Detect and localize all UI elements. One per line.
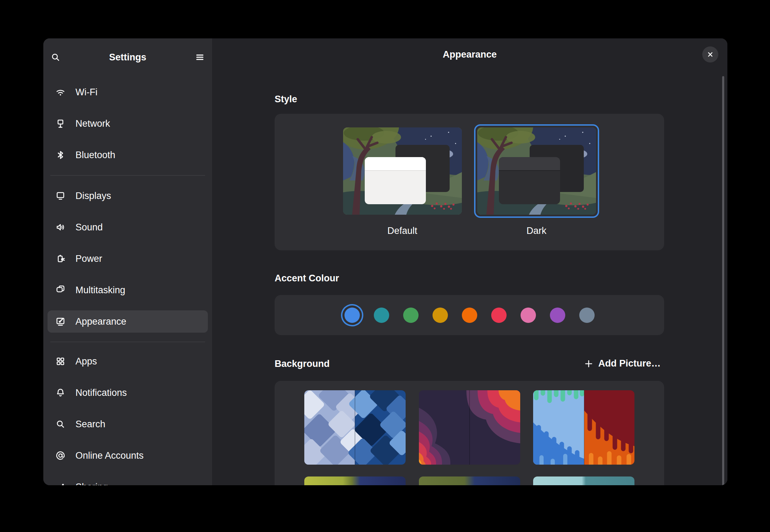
overlapping-windows-icon xyxy=(55,285,66,295)
accent-swatch-orange[interactable] xyxy=(462,308,477,323)
accent-swatch-red[interactable] xyxy=(491,308,507,323)
bluetooth-icon xyxy=(55,150,66,160)
add-picture-button[interactable]: Add Picture… xyxy=(581,356,664,371)
apps-grid-icon xyxy=(55,356,66,367)
sidebar-item-label: Wi-Fi xyxy=(75,87,97,98)
sidebar-item-sound[interactable]: Sound xyxy=(48,216,208,238)
style-dark-label: Dark xyxy=(526,226,546,236)
add-picture-label: Add Picture… xyxy=(598,358,661,369)
wallpaper-lava-waves-thumbnail[interactable] xyxy=(419,390,520,465)
sidebar-item-power[interactable]: Power xyxy=(48,247,208,270)
speaker-icon xyxy=(55,222,66,232)
accent-swatch-blue[interactable] xyxy=(344,308,360,323)
appearance-panel: Appearance Style xyxy=(212,38,727,485)
sidebar-item-online-accounts[interactable]: Online Accounts xyxy=(48,444,208,467)
search-icon xyxy=(50,52,61,62)
sidebar-item-multitasking[interactable]: Multitasking xyxy=(48,279,208,301)
display-icon xyxy=(55,191,66,201)
battery-plug-icon xyxy=(55,253,66,264)
wifi-icon xyxy=(55,87,66,97)
sidebar-item-label: Search xyxy=(75,419,106,430)
style-default-preview xyxy=(343,127,462,215)
sharing-key-icon xyxy=(55,482,66,485)
sidebar-item-wifi[interactable]: Wi-Fi xyxy=(48,81,208,103)
sidebar-item-notifications[interactable]: Notifications xyxy=(48,382,208,404)
sidebar-item-search[interactable]: Search xyxy=(48,413,208,435)
plus-icon xyxy=(584,359,593,368)
style-dark-frame-selected xyxy=(474,124,599,218)
at-symbol-icon xyxy=(55,450,66,461)
sidebar-nav: Wi-Fi Network Bluetooth Displays xyxy=(48,81,208,485)
sidebar-item-label: Apps xyxy=(75,356,97,367)
wallpaper-lime-night-thumbnail[interactable] xyxy=(304,476,406,485)
wallpaper-teal-water-thumbnail[interactable] xyxy=(533,476,634,485)
sidebar-item-appearance[interactable]: Appearance xyxy=(48,310,208,333)
desktop: { "sidebar": { "title": "Settings", "sea… xyxy=(0,0,770,532)
accent-swatch-purple[interactable] xyxy=(550,308,565,323)
close-window-button[interactable] xyxy=(702,46,718,62)
sidebar-item-network[interactable]: Network xyxy=(48,112,208,135)
style-default-label: Default xyxy=(387,226,417,236)
sidebar: Settings Wi-Fi Network xyxy=(43,38,212,485)
sidebar-item-label: Online Accounts xyxy=(75,450,144,461)
sidebar-item-label: Multitasking xyxy=(75,285,125,296)
sidebar-item-label: Power xyxy=(75,253,102,264)
style-default-frame xyxy=(340,124,465,218)
sidebar-item-label: Sharing xyxy=(75,482,108,486)
paint-drips-art xyxy=(533,390,634,465)
sidebar-item-apps[interactable]: Apps xyxy=(48,350,208,372)
style-card: Default xyxy=(275,114,664,250)
sidebar-item-label: Notifications xyxy=(75,387,127,398)
settings-window: Settings Wi-Fi Network xyxy=(43,38,727,485)
accent-swatch-pink[interactable] xyxy=(521,308,536,323)
sidebar-item-displays[interactable]: Displays xyxy=(48,185,208,207)
sidebar-item-bluetooth[interactable]: Bluetooth xyxy=(48,144,208,166)
accent-swatch-slate[interactable] xyxy=(579,308,595,323)
style-section-title: Style xyxy=(275,94,664,105)
style-dark-preview xyxy=(477,127,596,215)
sidebar-separator xyxy=(50,342,205,342)
wallpaper-olive-night-thumbnail[interactable] xyxy=(419,476,520,485)
wallpaper-paint-drips-thumbnail[interactable] xyxy=(533,390,634,465)
accent-swatch-green[interactable] xyxy=(403,308,419,323)
style-option-dark[interactable]: Dark xyxy=(474,124,599,236)
style-option-default[interactable]: Default xyxy=(340,124,465,236)
blue-cubes-art xyxy=(304,390,406,465)
sidebar-item-label: Displays xyxy=(75,191,111,201)
hamburger-menu-icon xyxy=(195,52,205,62)
sidebar-item-label: Appearance xyxy=(75,316,126,327)
panel-title: Appearance xyxy=(443,49,497,60)
accent-swatch-teal[interactable] xyxy=(374,308,389,323)
accent-section-title: Accent Colour xyxy=(275,273,664,284)
sidebar-item-label: Sound xyxy=(75,222,103,233)
sidebar-header: Settings xyxy=(48,41,208,73)
sidebar-title: Settings xyxy=(48,52,208,63)
background-card xyxy=(275,381,664,485)
wallpaper-blue-cubes-thumbnail[interactable] xyxy=(304,390,406,465)
panel-header: Appearance xyxy=(212,38,727,71)
accent-swatch-yellow[interactable] xyxy=(433,308,448,323)
lava-waves-art xyxy=(419,390,520,465)
search-button[interactable] xyxy=(48,49,64,65)
sidebar-item-label: Network xyxy=(75,118,110,129)
appearance-page: Style xyxy=(212,94,727,485)
accent-colour-card xyxy=(275,295,664,335)
sidebar-item-sharing[interactable]: Sharing xyxy=(48,476,208,485)
close-icon xyxy=(706,51,714,58)
network-icon xyxy=(55,118,66,129)
search-icon xyxy=(55,419,66,429)
main-menu-button[interactable] xyxy=(192,49,208,65)
scrollbar[interactable] xyxy=(722,76,724,485)
display-brush-icon xyxy=(55,316,66,327)
background-section-title: Background xyxy=(275,358,330,369)
sidebar-separator xyxy=(50,175,205,176)
sidebar-item-label: Bluetooth xyxy=(75,150,115,161)
bell-icon xyxy=(55,387,66,398)
